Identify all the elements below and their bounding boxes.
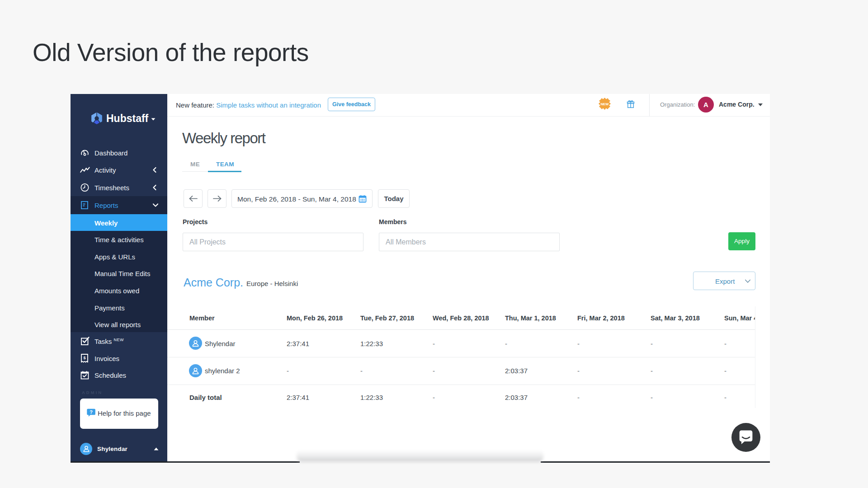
- svg-text:NEW: NEW: [601, 102, 609, 106]
- svg-text:?: ?: [90, 409, 93, 415]
- svg-text:$: $: [83, 356, 85, 360]
